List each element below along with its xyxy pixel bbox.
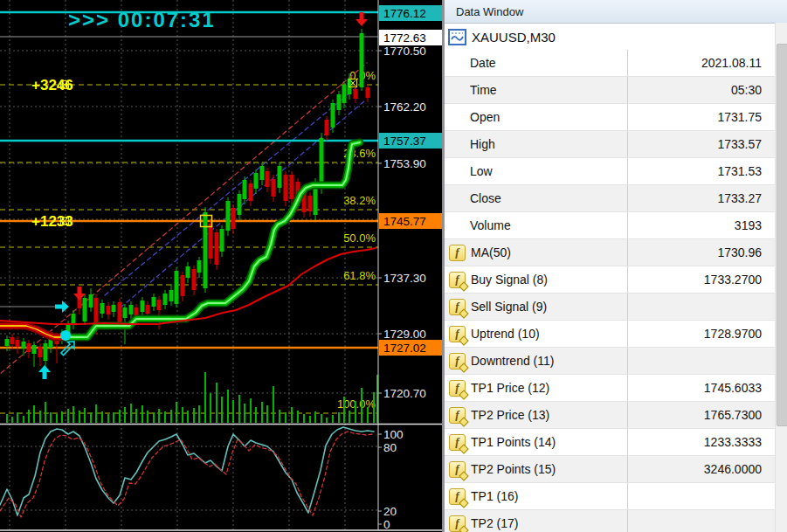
svg-text:0: 0 (383, 518, 390, 531)
row-value (628, 483, 776, 509)
indicator-function-icon: f (449, 272, 466, 288)
svg-text:>>> 00:07:31: >>> 00:07:31 (68, 8, 216, 31)
data-row[interactable]: Low1731.53 (445, 158, 776, 185)
row-value: 1733.2700 (628, 266, 776, 293)
indicator-function-icon: f (449, 488, 466, 505)
row-value: 1233.3333 (628, 429, 776, 455)
mt4-window: 0.0%23.6%38.2%50.0%61.8%100.0%>>> 00:07:… (0, 0, 787, 532)
row-label: High (470, 137, 495, 151)
price-chart[interactable]: 0.0%23.6%38.2%50.0%61.8%100.0%>>> 00:07:… (0, 0, 442, 532)
svg-text:100.0%: 100.0% (337, 397, 376, 411)
row-name-cell: fBuy Signal (8) (445, 266, 628, 293)
indicator-function-icon: f (449, 353, 466, 370)
row-value (628, 348, 776, 374)
symbol-label: XAUUSD,M30 (472, 30, 556, 45)
data-row[interactable]: fTP2 (17) (445, 510, 776, 532)
data-row[interactable]: Volume3193 (445, 212, 776, 239)
row-label: Close (470, 191, 501, 205)
svg-text:1776.12: 1776.12 (383, 7, 426, 20)
row-name-cell: Low (445, 158, 628, 184)
data-window-header[interactable]: Data Window (445, 0, 787, 24)
svg-text:1720.70: 1720.70 (383, 387, 426, 400)
data-row[interactable]: fTP1 Points (14)1233.3333 (445, 429, 776, 456)
indicator-function-icon: f (449, 299, 466, 315)
svg-text:61.8%: 61.8% (343, 269, 376, 282)
row-value: 1733.27 (628, 185, 776, 211)
data-row[interactable]: fMA(50)1730.96 (445, 239, 776, 266)
row-name-cell: fTP2 Points (15) (445, 456, 628, 482)
row-name-cell: High (445, 131, 628, 157)
symbol-row[interactable]: XAUUSD,M30 (445, 24, 787, 51)
svg-text:1745.77: 1745.77 (383, 215, 426, 228)
row-label: Buy Signal (8) (471, 273, 548, 287)
row-name-cell: fTP2 Price (13) (445, 402, 628, 428)
svg-text:1753.90: 1753.90 (383, 157, 426, 170)
row-label: Downtrend (11) (471, 354, 554, 368)
row-value: 1731.53 (628, 158, 776, 184)
svg-text:50.0%: 50.0% (343, 231, 376, 245)
row-name-cell: fTP1 (16) (445, 483, 628, 509)
svg-text:100: 100 (383, 428, 404, 441)
indicator-function-icon: f (449, 434, 466, 451)
data-row[interactable]: High1733.57 (445, 131, 776, 158)
indicator-function-icon: f (449, 380, 466, 397)
data-row[interactable]: fSell Signal (9) (445, 294, 776, 321)
svg-text:+1233: +1233 (31, 213, 73, 230)
row-value: 1731.75 (628, 104, 776, 130)
svg-text:1770.50: 1770.50 (383, 45, 426, 58)
row-value: 1733.57 (628, 131, 776, 157)
row-name-cell: fUptrend (10) (445, 321, 628, 347)
row-name-cell: fTP2 (17) (445, 510, 628, 532)
data-row[interactable]: fTP2 Points (15)3246.0000 (445, 456, 776, 483)
data-row[interactable]: fTP2 Price (13)1765.7300 (445, 402, 776, 429)
data-row[interactable]: fUptrend (10)1728.9700 (445, 321, 776, 348)
indicator-function-icon: f (449, 326, 466, 342)
row-name-cell: Volume (445, 212, 628, 238)
row-label: Time (470, 83, 497, 97)
data-row[interactable]: fBuy Signal (8)1733.2700 (445, 266, 776, 294)
svg-text:20: 20 (383, 505, 397, 518)
svg-text:1772.63: 1772.63 (383, 31, 426, 45)
row-label: TP2 (17) (471, 516, 518, 530)
indicator-function-icon: f (449, 515, 466, 532)
row-value: 05:30 (628, 77, 776, 103)
row-value: 1745.6033 (628, 375, 776, 401)
row-label: Open (470, 110, 500, 124)
svg-text:80: 80 (383, 441, 397, 454)
row-name-cell: Date (445, 50, 628, 76)
data-row[interactable]: Date2021.08.11 (445, 50, 776, 77)
row-name-cell: fDowntrend (11) (445, 348, 628, 374)
data-window-scrollbar[interactable] (775, 23, 787, 532)
data-row[interactable]: fTP1 (16) (445, 483, 776, 510)
indicator-function-icon: f (449, 461, 466, 478)
row-name-cell: Close (445, 185, 628, 211)
svg-text:+3246: +3246 (31, 77, 73, 93)
data-row[interactable]: Time05:30 (445, 77, 776, 104)
scrollbar-thumb[interactable] (777, 44, 787, 426)
data-row[interactable]: Close1733.27 (445, 185, 776, 212)
chart-line-icon (448, 29, 466, 45)
row-label: TP1 Points (14) (471, 435, 556, 449)
row-label: TP2 Points (15) (471, 462, 556, 476)
row-value (628, 510, 776, 532)
chart-area[interactable]: 0.0%23.6%38.2%50.0%61.8%100.0%>>> 00:07:… (0, 0, 442, 532)
row-label: Sell Signal (9) (471, 300, 547, 314)
row-value: 2021.08.11 (628, 50, 776, 76)
row-value: 1728.9700 (628, 321, 776, 347)
data-row[interactable]: fDowntrend (11) (445, 348, 776, 375)
row-label: TP1 (16) (471, 489, 518, 503)
svg-text:1729.00: 1729.00 (383, 328, 426, 341)
data-row[interactable]: fTP1 Price (12)1745.6033 (445, 375, 776, 402)
data-window-rows: Date2021.08.11Time05:30Open1731.75High17… (445, 50, 776, 532)
indicator-function-icon: f (449, 407, 466, 424)
data-row[interactable]: Open1731.75 (445, 104, 776, 131)
row-name-cell: Time (445, 77, 628, 103)
row-label: MA(50) (471, 245, 511, 259)
data-window-panel: Data Window XAUUSD,M30 Date2021.08.11Tim… (444, 0, 787, 532)
svg-text:1737.30: 1737.30 (383, 272, 426, 285)
svg-text:1762.20: 1762.20 (383, 100, 426, 114)
row-label: Uptrend (10) (471, 327, 540, 341)
row-name-cell: fSell Signal (9) (445, 294, 628, 320)
svg-text:38.2%: 38.2% (343, 194, 376, 207)
row-label: Low (470, 164, 493, 178)
